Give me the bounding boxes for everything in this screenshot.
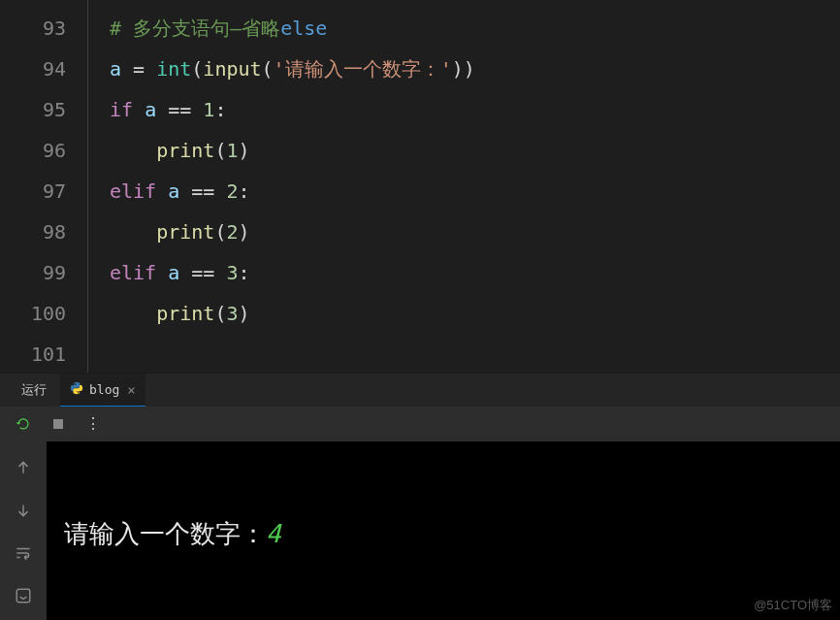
- svg-rect-1: [16, 589, 30, 603]
- scroll-to-end-icon[interactable]: [15, 587, 32, 608]
- soft-wrap-icon[interactable]: [15, 544, 32, 566]
- run-tab-blog[interactable]: blog ×: [60, 374, 145, 407]
- stop-icon[interactable]: [50, 416, 66, 432]
- code-line[interactable]: [110, 334, 840, 375]
- line-number: 100: [0, 293, 66, 334]
- line-number: 94: [0, 49, 66, 89]
- code-line[interactable]: if a == 1:: [110, 89, 840, 130]
- code-line[interactable]: a = int(input('请输入一个数字：')): [110, 49, 840, 89]
- line-number: 95: [0, 89, 66, 130]
- code-line[interactable]: print(1): [110, 130, 840, 171]
- svg-rect-0: [53, 419, 63, 429]
- code-content[interactable]: # 多分支语句—省略elsea = int(input('请输入一个数字：'))…: [87, 0, 840, 373]
- terminal-output[interactable]: 请输入一个数字：4: [47, 441, 840, 620]
- panel-tab-bar: 运行 blog ×: [0, 373, 840, 407]
- code-line[interactable]: print(2): [110, 212, 840, 252]
- rerun-icon[interactable]: [16, 416, 31, 432]
- python-file-icon: [70, 381, 83, 398]
- line-number: 98: [0, 212, 66, 252]
- line-number-gutter: 93949596979899100101: [0, 0, 87, 373]
- run-panel-label[interactable]: 运行: [12, 374, 56, 407]
- line-number: 101: [0, 334, 66, 375]
- terminal-panel[interactable]: 请输入一个数字：4: [0, 441, 840, 620]
- code-line[interactable]: # 多分支语句—省略else: [110, 8, 840, 49]
- line-number: 99: [0, 252, 66, 293]
- terminal-user-input: 4: [266, 519, 281, 548]
- code-line[interactable]: elif a == 3:: [110, 252, 840, 293]
- line-number: 97: [0, 171, 66, 212]
- close-tab-icon[interactable]: ×: [127, 382, 135, 398]
- arrow-up-icon[interactable]: [15, 459, 32, 480]
- run-toolbar: ⋮: [0, 407, 840, 441]
- run-tab-label: blog: [89, 382, 119, 397]
- terminal-side-toolbar: [0, 441, 47, 620]
- arrow-down-icon[interactable]: [15, 502, 32, 523]
- watermark-text: @51CTO博客: [754, 597, 832, 614]
- line-number: 93: [0, 8, 66, 49]
- more-actions-icon[interactable]: ⋮: [85, 416, 101, 432]
- terminal-prompt-text: 请输入一个数字：: [64, 519, 266, 548]
- code-line[interactable]: print(3): [110, 293, 840, 334]
- code-editor[interactable]: 93949596979899100101 # 多分支语句—省略elsea = i…: [0, 0, 840, 373]
- line-number: 96: [0, 130, 66, 171]
- code-line[interactable]: elif a == 2:: [110, 171, 840, 212]
